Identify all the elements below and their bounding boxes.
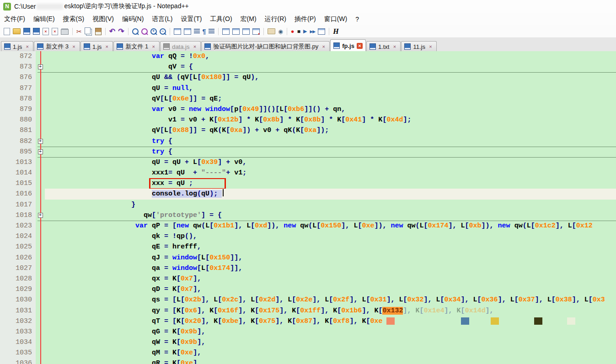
paste-icon[interactable] [95, 28, 102, 35]
tab-close-icon[interactable]: × [321, 44, 327, 50]
find-icon[interactable] [132, 28, 139, 35]
code-line[interactable]: qU = null, [45, 83, 616, 94]
stop-recording-icon[interactable]: ■ [297, 28, 300, 35]
title-bar[interactable]: N C:\Useresktop\逆向学习\滑块验证\fp.js - Notepa… [0, 0, 616, 13]
document-list-icon[interactable] [232, 28, 240, 35]
menu-search[interactable]: 搜索(S) [59, 13, 89, 25]
code-line[interactable]: qE = hrefff, [45, 242, 616, 252]
menu-edit[interactable]: 编辑(E) [29, 13, 59, 25]
menu-language[interactable]: 语言(L) [148, 13, 177, 25]
indent-guide-icon[interactable] [209, 29, 214, 34]
code-line[interactable]: qR = K[0xe] [45, 358, 616, 364]
code-line[interactable]: qV[L[0x6e]] = qE; [45, 94, 616, 104]
code-line[interactable]: xxx1= qU + "----"+ v1; [45, 168, 616, 178]
save-recorded-macro-icon[interactable] [318, 28, 325, 35]
tab-close-icon[interactable]: × [24, 44, 30, 50]
close-all-icon[interactable]: × [52, 28, 58, 35]
document-map-icon[interactable] [222, 28, 230, 35]
code-line[interactable]: console.log(qU); [45, 189, 616, 199]
undo-icon[interactable]: ↶ [109, 28, 115, 35]
function-list-icon[interactable] [242, 28, 250, 35]
code-line[interactable]: qV = { [45, 62, 616, 72]
tab-5[interactable]: data.js× [160, 41, 201, 52]
monitoring-icon[interactable] [252, 28, 260, 35]
menu-file[interactable]: 文件(F) [0, 13, 29, 25]
menu-settings[interactable]: 设置(T) [177, 13, 206, 25]
code-line[interactable]: qM = K[0xe], [45, 348, 616, 358]
code-line[interactable]: qG = K[0x9b], [45, 327, 616, 337]
code-line[interactable]: } [45, 200, 616, 210]
tab-3[interactable]: 1.js× [80, 41, 113, 52]
preview-icon[interactable]: ◉ [278, 28, 283, 35]
code-line[interactable]: var qQ = !0x0, [45, 51, 616, 62]
open-file-icon[interactable] [13, 28, 21, 34]
record-macro-icon[interactable]: ● [291, 28, 295, 35]
save-all-icon[interactable] [33, 28, 40, 35]
tab-close-icon[interactable]: × [428, 44, 434, 50]
tab-4[interactable]: 新文件 1× [113, 41, 160, 52]
fold-collapsed-icon[interactable]: + [38, 64, 43, 69]
cut-icon[interactable]: ✂ [76, 28, 82, 35]
tab-close-icon[interactable]: × [357, 43, 363, 49]
code-line[interactable]: qy = [K[0x6], K[0x16f], K[0x175], K[0x1f… [45, 306, 616, 316]
zoom-out-icon[interactable]: − [160, 28, 166, 35]
code-line[interactable]: qs = [L[0x2b], L[0x2c], L[0x2d], L[0x2e]… [45, 295, 616, 305]
menu-run[interactable]: 运行(R) [261, 13, 290, 25]
code-line[interactable]: qk = !qp(), [45, 231, 616, 242]
code-line[interactable]: xxx = qU ; [45, 178, 616, 189]
copy-icon[interactable] [85, 27, 91, 34]
tab-9[interactable]: 11.js× [401, 41, 437, 52]
menu-help[interactable]: ? [351, 14, 363, 25]
save-file-icon[interactable] [23, 28, 30, 35]
menu-window[interactable]: 窗口(W) [320, 13, 352, 25]
menu-encoding[interactable]: 编码(N) [118, 13, 148, 25]
tab-2[interactable]: 新文件 3× [34, 41, 80, 52]
redo-icon[interactable]: ↷ [118, 28, 124, 35]
code-line[interactable]: qV[L[0x88]] = qK(K[0xa]) + v0 + qK(K[0xa… [45, 125, 616, 136]
menu-view[interactable]: 视图(V) [88, 13, 118, 25]
sync-vertical-scrolling-icon[interactable] [174, 28, 181, 35]
playback-macro-icon[interactable]: ▶ [303, 28, 307, 34]
project-panel-icon[interactable] [268, 28, 275, 34]
tab-8[interactable]: 1.txt× [366, 41, 401, 52]
fold-collapsed-icon[interactable]: + [38, 139, 43, 144]
tab-1[interactable]: 1.js× [1, 41, 33, 52]
code-line[interactable]: qa = window[L[0x174]], [45, 263, 616, 274]
tab-close-icon[interactable]: × [192, 44, 198, 50]
code-line[interactable]: v1 = v0 + K[0x12b] * K[0x8b] * K[0x8b] *… [45, 115, 616, 125]
code-line[interactable]: qT = [K[0x20], K[0xbe], K[0x75], K[0x87]… [45, 316, 616, 327]
show-all-characters-icon[interactable]: ¶ [203, 28, 206, 35]
word-wrap-icon[interactable] [194, 29, 200, 34]
zoom-in-icon[interactable]: + [150, 28, 157, 35]
code-line[interactable]: qU = qU + L[0x39] + v0, [45, 157, 616, 168]
tab-close-icon[interactable]: × [150, 44, 156, 50]
code-line[interactable]: qW = K[0x9b], [45, 337, 616, 348]
sync-horizontal-scrolling-icon[interactable] [184, 28, 191, 35]
replace-icon[interactable] [141, 28, 148, 35]
run-macro-multiple-times-icon[interactable]: ▶▶ [310, 29, 315, 34]
tab-close-icon[interactable]: × [71, 44, 77, 50]
new-file-icon[interactable] [4, 28, 10, 35]
code-line[interactable]: qD = K[0x7], [45, 284, 616, 295]
plugin-hex-editor-icon[interactable]: H [333, 27, 338, 36]
tab-close-icon[interactable]: × [104, 44, 110, 50]
code-line[interactable]: try { [45, 136, 616, 147]
code-line[interactable]: var v0 = new window[p[0x49]]()[L[0xb6]](… [45, 104, 616, 115]
tab-close-icon[interactable]: × [391, 44, 397, 50]
code-line[interactable]: qx = K[0x7], [45, 274, 616, 284]
tab-7[interactable]: fp.js× [330, 39, 366, 52]
code-line[interactable]: try { [45, 147, 616, 157]
code-line[interactable]: var qP = [new qw(L[0x1b1], L[0xd]), new … [45, 221, 616, 231]
code-line[interactable]: qU && (qV[L[0x180]] = qU), [45, 72, 616, 83]
close-file-icon[interactable]: × [43, 28, 49, 35]
menu-plugins[interactable]: 插件(P) [290, 13, 320, 25]
fold-collapsed-icon[interactable]: + [38, 149, 43, 154]
menu-macro[interactable]: 宏(M) [236, 13, 261, 25]
code-line[interactable]: qJ = window[L[0x150]], [45, 253, 616, 263]
tab-6[interactable]: 验证码图片比对-缺口图和缺口背景图.py× [201, 41, 330, 52]
editor[interactable]: 872 var qQ = !0x0,873+ qV = {876 qU && (… [0, 51, 616, 364]
code-line[interactable]: qw['prototype'] = { [45, 210, 616, 221]
menu-tools[interactable]: 工具(O) [206, 13, 236, 25]
fold-collapsed-icon[interactable]: + [38, 213, 43, 218]
print-icon[interactable] [61, 29, 69, 35]
